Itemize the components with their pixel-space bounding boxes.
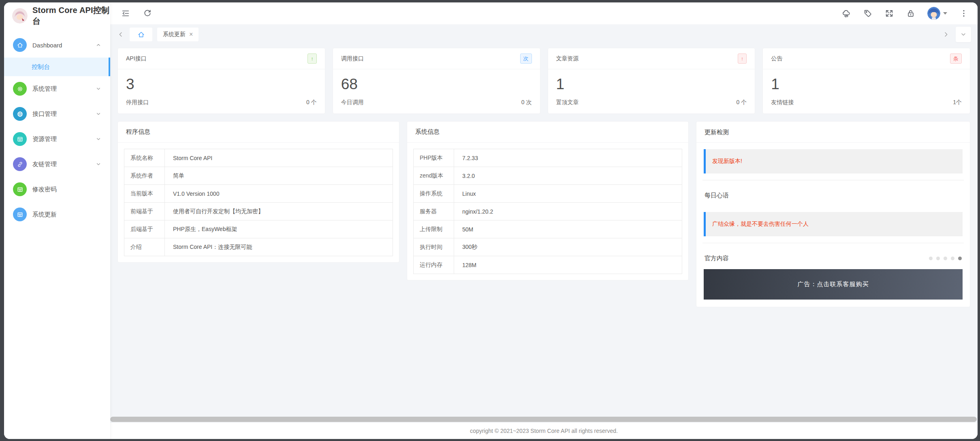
sidebar-item-resource-management[interactable]: 资源管理 (4, 126, 110, 152)
cloud-code-icon[interactable] (841, 9, 851, 18)
stat-value: 1 (771, 76, 962, 93)
main-column: 系统更新 × API接口 ↑ (110, 2, 978, 439)
grid-icon (13, 182, 27, 196)
link-icon (13, 157, 27, 171)
chevron-down-icon (96, 161, 101, 167)
globe-icon (13, 107, 27, 121)
stat-card-title: 公告 (771, 55, 782, 62)
ad-banner[interactable]: 广告：点击联系客服购买 (704, 269, 963, 300)
carousel-dot-active[interactable] (958, 257, 962, 260)
program-info-table: 系统名称Storm Core API 系统作者简单 当前版本V1.0 Versi… (124, 149, 393, 256)
table-row: PHP版本7.2.33 (414, 149, 682, 167)
info-panels-row: 程序信息 系统名称Storm Core API 系统作者简单 当前版本V1.0 … (117, 121, 970, 307)
sidebar-item-label: 资源管理 (32, 135, 57, 143)
tab-system-update[interactable]: 系统更新 × (157, 28, 199, 41)
chevron-down-icon (96, 86, 101, 92)
panel-title: 更新检测 (705, 128, 729, 136)
topbar (110, 2, 978, 24)
table-row: 系统作者简单 (124, 167, 393, 185)
stat-card-calls: 调用接口 次 68 今日调用 0 次 (333, 48, 540, 114)
table-row: zend版本3.2.0 (414, 167, 682, 185)
sidebar-item-label: Dashboard (32, 42, 62, 49)
table-row: 运行内存128M (414, 256, 682, 274)
topbar-left (121, 9, 152, 18)
panel-title: 每日心语 (705, 192, 729, 199)
table-row: 前端基于使用者可自行开发定制【均无加密】 (124, 203, 393, 220)
stat-card-title: 文章资源 (556, 55, 579, 62)
table-row: 当前版本V1.0 Version 1000 (124, 185, 393, 203)
chevron-down-icon (96, 136, 101, 142)
stat-value: 1 (556, 76, 747, 93)
tab-home[interactable] (130, 28, 152, 41)
carousel-dot[interactable] (944, 257, 947, 260)
panel-title: 系统信息 (407, 122, 688, 143)
sidebar-item-change-password[interactable]: 修改密码 (4, 177, 110, 202)
stat-footer-value: 0 个 (306, 99, 317, 106)
menu-fold-icon[interactable] (121, 9, 130, 18)
tab-close-icon[interactable]: × (189, 31, 193, 38)
sidebar-item-system-management[interactable]: 系统管理 (4, 76, 110, 101)
page-footer: copyright © 2021~2023 Storm Core API all… (110, 423, 978, 439)
home-icon (13, 38, 27, 52)
sidebar-subitem-label: 控制台 (32, 63, 50, 71)
arrow-up-badge: ↑ (738, 54, 747, 64)
grid-icon (13, 132, 27, 146)
stat-footer-value: 0 次 (521, 99, 532, 106)
refresh-icon[interactable] (143, 9, 152, 18)
logo-avatar (12, 8, 28, 24)
logo[interactable]: Storm Core API控制台 (4, 2, 110, 29)
stat-footer-label: 置顶文章 (556, 99, 579, 106)
sidebar-item-link-management[interactable]: 友链管理 (4, 152, 110, 177)
app-title: Storm Core API控制台 (32, 5, 110, 27)
topbar-right (841, 7, 969, 20)
system-info-panel: 系统信息 PHP版本7.2.33 zend版本3.2.0 操作系统Linux 服… (407, 121, 689, 280)
tab-label: 系统更新 (163, 31, 186, 38)
stat-footer-value: 1个 (953, 99, 962, 106)
user-menu[interactable] (927, 7, 947, 20)
carousel-dot[interactable] (951, 257, 954, 260)
tag-icon[interactable] (863, 9, 873, 18)
home-tab-icon (137, 31, 145, 39)
panel-title: 程序信息 (118, 122, 399, 143)
more-dots-icon[interactable] (959, 9, 969, 18)
arrow-up-badge: ↑ (307, 54, 317, 64)
sidebar-item-dashboard[interactable]: Dashboard (4, 32, 110, 58)
stat-card-announcements: 公告 条 1 友情链接 1个 (762, 48, 970, 114)
tabbar-right (942, 27, 971, 42)
content-area: API接口 ↑ 3 停用接口 0 个 调用接口 次 (110, 45, 978, 423)
carousel-dot[interactable] (936, 257, 940, 260)
stat-card-articles: 文章资源 ↑ 1 置顶文章 0 个 (548, 48, 756, 114)
lock-icon[interactable] (906, 9, 916, 18)
sidebar-item-api-management[interactable]: 接口管理 (4, 101, 110, 126)
update-panel: 更新检测 发现新版本! 每日心语 广结众缘，就是不要去伤害任何一个人 官方内容 (696, 121, 970, 307)
grid-icon (13, 208, 27, 221)
sidebar-item-label: 系统管理 (32, 85, 57, 93)
table-row: 系统名称Storm Core API (124, 149, 393, 167)
daily-words-alert: 广结众缘，就是不要去伤害任何一个人 (704, 212, 963, 236)
new-version-alert[interactable]: 发现新版本! (704, 149, 963, 173)
sidebar-item-label: 接口管理 (32, 110, 57, 118)
horizontal-scrollbar[interactable] (110, 417, 977, 422)
copyright-text: copyright © 2021~2023 Storm Core API all… (470, 428, 618, 434)
stat-value: 68 (341, 76, 532, 93)
stat-footer-label: 停用接口 (126, 99, 149, 106)
sidebar-item-label: 修改密码 (32, 186, 57, 193)
table-row: 执行时间300秒 (414, 238, 682, 256)
stat-value: 3 (126, 76, 317, 93)
table-row: 服务器nginx/1.20.2 (414, 203, 682, 220)
stat-cards-row: API接口 ↑ 3 停用接口 0 个 调用接口 次 (117, 48, 970, 114)
stat-card-title: 调用接口 (341, 55, 364, 62)
system-info-table: PHP版本7.2.33 zend版本3.2.0 操作系统Linux 服务器ngi… (413, 149, 682, 274)
table-row: 操作系统Linux (414, 185, 682, 203)
sidebar: Storm Core API控制台 Dashboard 控制台 系统管理 (4, 2, 110, 439)
program-info-panel: 程序信息 系统名称Storm Core API 系统作者简单 当前版本V1.0 … (117, 121, 399, 263)
tabs-menu-dropdown[interactable] (956, 27, 971, 42)
tabs-scroll-right-icon[interactable] (942, 30, 950, 39)
stat-footer-label: 友情链接 (771, 99, 794, 106)
sidebar-item-system-update[interactable]: 系统更新 (4, 202, 110, 227)
tabs-scroll-left-icon[interactable] (117, 30, 125, 39)
fullscreen-icon[interactable] (884, 9, 894, 18)
carousel-dot[interactable] (929, 257, 933, 260)
stat-card-api: API接口 ↑ 3 停用接口 0 个 (117, 48, 325, 114)
sidebar-subitem-console[interactable]: 控制台 (4, 58, 110, 76)
